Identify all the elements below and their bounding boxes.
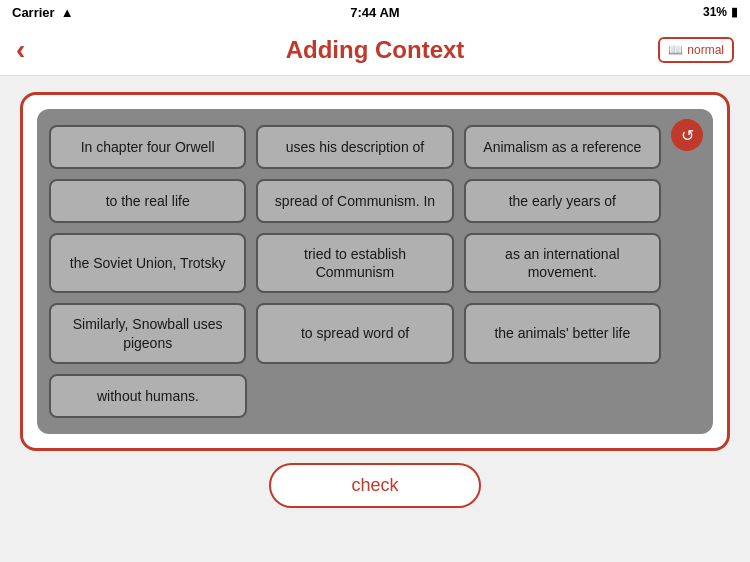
status-bar: Carrier ▲ 7:44 AM 31% ▮	[0, 0, 750, 24]
mode-button[interactable]: 📖 normal	[658, 37, 734, 63]
chip-11[interactable]: to spread word of	[256, 303, 453, 363]
chip-2[interactable]: uses his description of	[256, 125, 453, 169]
chip-3[interactable]: Animalism as a reference	[464, 125, 661, 169]
chip-1[interactable]: In chapter four Orwell	[49, 125, 246, 169]
chip-12[interactable]: the animals' better life	[464, 303, 661, 363]
chip-4[interactable]: to the real life	[49, 179, 246, 223]
status-right: 31% ▮	[703, 5, 738, 19]
chips-grid: In chapter four Orwell uses his descript…	[49, 125, 701, 364]
main-content: ↺ In chapter four Orwell uses his descri…	[0, 76, 750, 524]
battery-label: 31%	[703, 5, 727, 19]
chips-area: ↺ In chapter four Orwell uses his descri…	[37, 109, 713, 434]
chip-10[interactable]: Similarly, Snowball uses pigeons	[49, 303, 246, 363]
status-left: Carrier ▲	[12, 5, 74, 20]
mode-label: normal	[687, 43, 724, 57]
status-time: 7:44 AM	[350, 5, 399, 20]
chip-5[interactable]: spread of Communism. In	[256, 179, 453, 223]
chip-9[interactable]: as an international movement.	[464, 233, 661, 293]
book-icon: 📖	[668, 43, 683, 57]
chip-7[interactable]: the Soviet Union, Trotsky	[49, 233, 246, 293]
header: ‹ Adding Context 📖 normal	[0, 24, 750, 76]
battery-icon: ▮	[731, 5, 738, 19]
back-button[interactable]: ‹	[16, 36, 25, 64]
chip-8[interactable]: tried to establish Communism	[256, 233, 453, 293]
refresh-button[interactable]: ↺	[671, 119, 703, 151]
check-button[interactable]: check	[269, 463, 480, 508]
check-button-container: check	[20, 463, 730, 508]
activity-card: ↺ In chapter four Orwell uses his descri…	[20, 92, 730, 451]
wifi-icon: ▲	[61, 5, 74, 20]
chip-13[interactable]: without humans.	[49, 374, 247, 418]
page-title: Adding Context	[286, 36, 465, 64]
chip-6[interactable]: the early years of	[464, 179, 661, 223]
carrier-label: Carrier	[12, 5, 55, 20]
chips-last-row: without humans.	[49, 374, 701, 418]
